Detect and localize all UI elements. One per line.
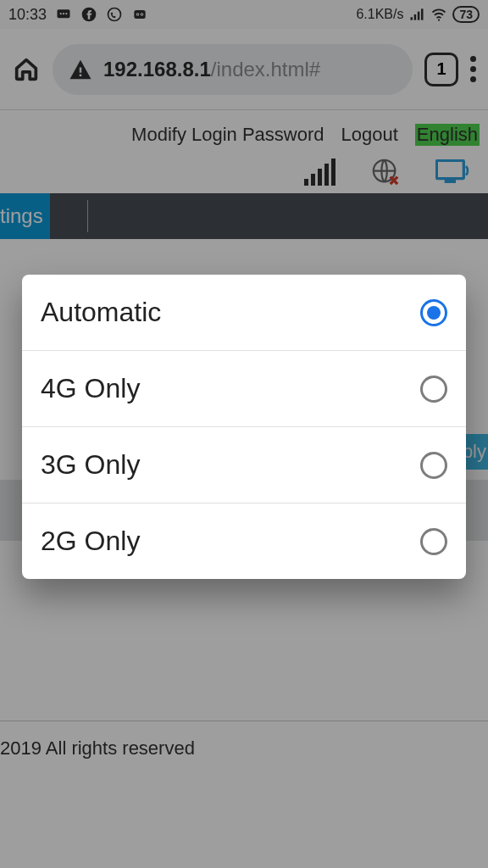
- overflow-menu-icon[interactable]: [470, 56, 476, 82]
- status-time: 10:33: [8, 6, 47, 24]
- svg-rect-6: [134, 10, 145, 19]
- cell-signal-icon: [304, 159, 336, 186]
- svg-point-3: [65, 13, 67, 14]
- language-selector[interactable]: English: [415, 124, 480, 146]
- option-4g-only[interactable]: 4G Only: [22, 350, 466, 426]
- owl-icon: [131, 6, 148, 23]
- svg-rect-20: [445, 180, 456, 183]
- address-bar[interactable]: 192.168.8.1/index.html#: [53, 44, 413, 95]
- footer-divider: [0, 721, 488, 721]
- svg-rect-13: [418, 12, 420, 20]
- svg-rect-16: [80, 67, 82, 72]
- status-speed: 6.1KB/s: [356, 7, 403, 22]
- footer-text: 2019 All rights reserved: [0, 737, 195, 760]
- radio-unselected-icon: [420, 452, 447, 479]
- svg-point-1: [60, 13, 62, 14]
- wifi-icon: [430, 6, 447, 23]
- option-label: Automatic: [41, 297, 161, 328]
- page-navbar: tings: [0, 193, 488, 239]
- svg-rect-19: [436, 160, 463, 178]
- browser-toolbar: 192.168.8.1/index.html# 1: [0, 29, 488, 110]
- option-label: 3G Only: [41, 449, 140, 481]
- tab-settings[interactable]: tings: [0, 193, 50, 239]
- url-path: /index.html#: [211, 58, 320, 81]
- radio-selected-icon: [420, 299, 447, 326]
- whatsapp-icon: [106, 6, 123, 23]
- svg-point-2: [63, 13, 64, 14]
- option-3g-only[interactable]: 3G Only: [22, 426, 466, 503]
- modify-password-link[interactable]: Modify Login Password: [131, 124, 324, 146]
- no-internet-icon: [371, 158, 400, 186]
- option-2g-only[interactable]: 2G Only: [22, 503, 466, 579]
- facebook-icon: [80, 6, 97, 23]
- signal-icon: [408, 6, 425, 23]
- battery-level: 73: [452, 6, 480, 23]
- logout-link[interactable]: Logout: [341, 124, 398, 146]
- insecure-icon: [68, 57, 93, 82]
- svg-rect-12: [414, 14, 417, 20]
- android-status-bar: 10:33 6.1KB/s 73: [0, 0, 488, 29]
- home-icon[interactable]: [12, 55, 41, 84]
- option-automatic[interactable]: Automatic: [22, 275, 466, 350]
- svg-rect-17: [80, 74, 82, 76]
- network-mode-dialog: Automatic 4G Only 3G Only 2G Only: [22, 275, 466, 579]
- nav-separator: [87, 200, 88, 232]
- option-label: 2G Only: [41, 526, 140, 557]
- radio-unselected-icon: [420, 376, 447, 403]
- svg-point-5: [108, 8, 121, 21]
- url-host: 192.168.8.1: [103, 58, 211, 81]
- svg-rect-11: [411, 17, 413, 19]
- radio-unselected-icon: [420, 528, 447, 555]
- svg-point-9: [137, 14, 139, 15]
- option-label: 4G Only: [41, 373, 140, 404]
- svg-point-15: [438, 19, 440, 21]
- svg-point-10: [141, 14, 143, 15]
- lan-icon: [435, 159, 469, 185]
- svg-rect-14: [421, 8, 424, 19]
- sms-icon: [55, 6, 72, 23]
- tab-switcher[interactable]: 1: [424, 53, 458, 86]
